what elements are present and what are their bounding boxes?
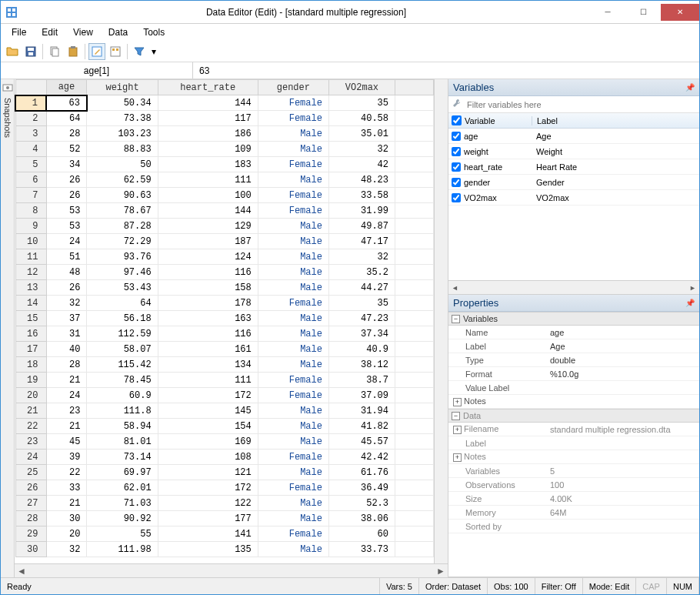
table-row[interactable]: 202460.9172Female37.09 xyxy=(15,388,434,403)
variable-row[interactable]: weightWeight xyxy=(448,144,699,159)
vars-horizontal-scrollbar[interactable]: ◄► xyxy=(448,280,699,294)
col-header-heart-rate[interactable]: heart_rate xyxy=(158,80,258,95)
row-number[interactable]: 14 xyxy=(15,296,46,311)
var-header-label[interactable]: Label xyxy=(532,116,699,125)
cell-gender[interactable]: Male xyxy=(258,172,328,188)
cell-age[interactable]: 34 xyxy=(46,157,87,172)
cell-weight[interactable]: 62.01 xyxy=(87,480,158,496)
table-row[interactable]: 85378.67144Female31.99 xyxy=(15,203,434,219)
maximize-button[interactable]: ☐ xyxy=(625,4,661,21)
cell-gender[interactable]: Male xyxy=(258,419,328,434)
cell-heart-rate[interactable]: 134 xyxy=(158,357,258,373)
table-row[interactable]: 263362.01172Female36.49 xyxy=(15,480,434,496)
cell-gender[interactable]: Male xyxy=(258,357,328,373)
edit-mode-icon[interactable] xyxy=(88,43,105,60)
cell-vo2max[interactable]: 44.27 xyxy=(328,280,395,296)
row-number[interactable]: 12 xyxy=(15,265,46,280)
cell-vo2max[interactable]: 32 xyxy=(328,249,395,265)
cell-weight[interactable]: 111.8 xyxy=(87,403,158,419)
cell-empty[interactable] xyxy=(395,388,434,403)
cell-empty[interactable] xyxy=(395,203,434,219)
cell-weight[interactable]: 64 xyxy=(87,296,158,311)
row-number[interactable]: 29 xyxy=(15,526,46,542)
cell-gender[interactable]: Male xyxy=(258,465,328,480)
cell-empty[interactable] xyxy=(395,326,434,342)
cell-vo2max[interactable]: 35.2 xyxy=(328,265,395,280)
cell-gender[interactable]: Male xyxy=(258,219,328,234)
cell-vo2max[interactable]: 37.09 xyxy=(328,388,395,403)
cell-gender[interactable]: Female xyxy=(258,450,328,465)
cell-age[interactable]: 40 xyxy=(46,342,87,357)
cell-empty[interactable] xyxy=(395,373,434,388)
expand-icon[interactable]: + xyxy=(453,398,462,406)
cell-heart-rate[interactable]: 183 xyxy=(158,157,258,172)
cell-weight[interactable]: 97.46 xyxy=(87,265,158,280)
cell-heart-rate[interactable]: 161 xyxy=(158,342,258,357)
col-header-gender[interactable]: gender xyxy=(258,80,328,95)
cell-age[interactable]: 39 xyxy=(46,450,87,465)
table-row[interactable]: 95387.28129Male49.87 xyxy=(15,219,434,234)
cell-heart-rate[interactable]: 122 xyxy=(158,496,258,511)
cell-vo2max[interactable]: 52.3 xyxy=(328,496,395,511)
cell-empty[interactable] xyxy=(395,111,434,126)
cell-heart-rate[interactable]: 109 xyxy=(158,142,258,157)
cell-vo2max[interactable]: 40.9 xyxy=(328,342,395,357)
prop-value[interactable]: %10.0g xyxy=(547,369,699,379)
cell-empty[interactable] xyxy=(395,511,434,526)
cell-empty[interactable] xyxy=(395,450,434,465)
cell-weight[interactable]: 88.83 xyxy=(87,142,158,157)
paste-icon[interactable] xyxy=(65,43,82,60)
variable-row[interactable]: heart_rateHeart Rate xyxy=(448,159,699,175)
variable-row[interactable]: genderGender xyxy=(448,175,699,190)
cell-age[interactable]: 28 xyxy=(46,357,87,373)
row-number[interactable]: 19 xyxy=(15,373,46,388)
row-number[interactable]: 21 xyxy=(15,403,46,419)
snapshots-tab[interactable]: Snapshots xyxy=(1,79,15,577)
cell-age[interactable]: 53 xyxy=(46,219,87,234)
table-row[interactable]: 1828115.42134Male38.12 xyxy=(15,357,434,373)
table-row[interactable]: 283090.92177Male38.06 xyxy=(15,511,434,526)
cell-age[interactable]: 22 xyxy=(46,465,87,480)
row-number[interactable]: 10 xyxy=(15,234,46,249)
row-number[interactable]: 9 xyxy=(15,219,46,234)
cell-reference[interactable]: age[1] xyxy=(1,62,193,79)
cell-gender[interactable]: Female xyxy=(258,111,328,126)
cell-gender[interactable]: Female xyxy=(258,388,328,403)
expand-icon[interactable]: + xyxy=(453,453,462,462)
row-number[interactable]: 5 xyxy=(15,157,46,172)
cell-heart-rate[interactable]: 117 xyxy=(158,111,258,126)
cell-vo2max[interactable]: 37.34 xyxy=(328,326,395,342)
expand-icon[interactable]: + xyxy=(453,426,462,434)
cell-gender[interactable]: Male xyxy=(258,142,328,157)
cell-vo2max[interactable]: 61.76 xyxy=(328,465,395,480)
cell-vo2max[interactable]: 42 xyxy=(328,157,395,172)
cell-age[interactable]: 26 xyxy=(46,280,87,296)
cell-gender[interactable]: Male xyxy=(258,249,328,265)
cell-vo2max[interactable]: 45.57 xyxy=(328,434,395,450)
cell-empty[interactable] xyxy=(395,188,434,203)
table-row[interactable]: 3032111.98135Male33.73 xyxy=(15,542,434,557)
cell-weight[interactable]: 93.76 xyxy=(87,249,158,265)
cell-empty[interactable] xyxy=(395,311,434,326)
cell-empty[interactable] xyxy=(395,219,434,234)
cell-heart-rate[interactable]: 141 xyxy=(158,526,258,542)
cell-age[interactable]: 63 xyxy=(46,95,87,111)
cell-heart-rate[interactable]: 172 xyxy=(158,388,258,403)
cell-empty[interactable] xyxy=(395,172,434,188)
cell-weight[interactable]: 87.28 xyxy=(87,219,158,234)
col-header-weight[interactable]: weight xyxy=(87,80,158,95)
cell-age[interactable]: 28 xyxy=(46,126,87,142)
cell-vo2max[interactable]: 38.7 xyxy=(328,373,395,388)
row-number[interactable]: 6 xyxy=(15,172,46,188)
cell-empty[interactable] xyxy=(395,234,434,249)
cell-gender[interactable]: Female xyxy=(258,373,328,388)
row-number[interactable]: 27 xyxy=(15,496,46,511)
var-checkbox[interactable] xyxy=(452,147,461,156)
cell-age[interactable]: 64 xyxy=(46,111,87,126)
variable-row[interactable]: ageAge xyxy=(448,129,699,144)
row-number[interactable]: 13 xyxy=(15,280,46,296)
cell-weight[interactable]: 69.97 xyxy=(87,465,158,480)
cell-vo2max[interactable]: 40.58 xyxy=(328,111,395,126)
cell-age[interactable]: 26 xyxy=(46,172,87,188)
cell-heart-rate[interactable]: 172 xyxy=(158,480,258,496)
